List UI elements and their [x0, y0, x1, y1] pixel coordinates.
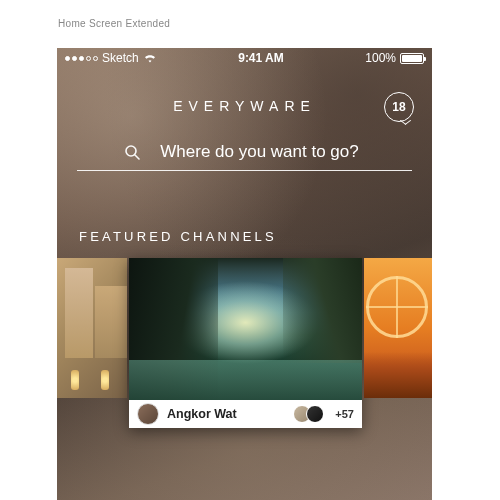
- page-label: Home Screen Extended: [0, 0, 500, 37]
- svg-line-1: [135, 155, 139, 159]
- avatar: [306, 405, 324, 423]
- signal-dots-icon: [65, 56, 98, 61]
- wifi-icon: [143, 53, 157, 63]
- battery-percent: 100%: [365, 51, 396, 65]
- brand-title: EVERYWARE: [57, 98, 432, 114]
- participant-avatars[interactable]: [298, 405, 324, 423]
- status-time: 9:41 AM: [238, 51, 284, 65]
- participant-extra-count: +57: [335, 408, 354, 420]
- lamp-icon: [71, 370, 79, 390]
- phone-frame: Sketch 9:41 AM 100% EVERYWARE 18 FEATURE…: [57, 48, 432, 500]
- app-header: EVERYWARE 18: [57, 98, 432, 114]
- castle-image: [57, 258, 127, 398]
- search-field[interactable]: [77, 142, 412, 171]
- ferris-wheel-icon: [366, 276, 428, 338]
- lamp-icon: [101, 370, 109, 390]
- status-bar: Sketch 9:41 AM 100%: [57, 48, 432, 68]
- messages-button[interactable]: 18: [384, 92, 414, 122]
- messages-count: 18: [392, 100, 405, 114]
- card-caption: Angkor Wat +57: [129, 400, 362, 428]
- status-left: Sketch: [65, 51, 157, 65]
- card-title: Angkor Wat: [167, 407, 290, 421]
- carousel-card-next[interactable]: [364, 258, 432, 398]
- carousel-card-active[interactable]: Angkor Wat +57: [129, 258, 362, 428]
- search-icon: [124, 144, 140, 160]
- carousel-card-prev[interactable]: [57, 258, 127, 398]
- carrier-label: Sketch: [102, 51, 139, 65]
- section-title: FEATURED CHANNELS: [79, 229, 432, 244]
- water-reflection: [129, 360, 362, 400]
- featured-carousel[interactable]: Angkor Wat +57: [57, 258, 432, 428]
- crowd-image: [364, 352, 432, 398]
- battery-icon: [400, 53, 424, 64]
- status-right: 100%: [365, 51, 424, 65]
- search-input[interactable]: [154, 142, 366, 162]
- author-avatar[interactable]: [137, 403, 159, 425]
